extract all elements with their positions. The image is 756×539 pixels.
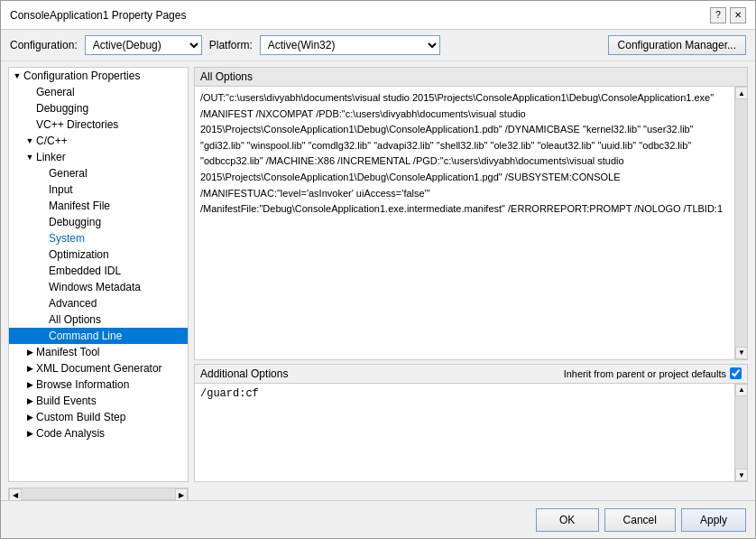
inherit-row: Inherit from parent or project defaults bbox=[564, 367, 742, 379]
additional-options-value[interactable]: /guard:cf bbox=[195, 384, 734, 481]
scroll-track[interactable] bbox=[735, 99, 747, 347]
tree-item-config-props[interactable]: ▼Configuration Properties bbox=[9, 68, 188, 84]
additional-options-label: Additional Options bbox=[200, 367, 288, 380]
tree-expand-icon: ▶ bbox=[25, 429, 34, 438]
platform-select[interactable]: Active(Win32) bbox=[260, 35, 440, 55]
tree-item-linker-optim[interactable]: Optimization bbox=[9, 246, 188, 263]
config-row: Configuration: Active(Debug) Platform: A… bbox=[1, 30, 755, 61]
tree-expand-icon: ▶ bbox=[25, 364, 34, 373]
tree-item-linker-debugging[interactable]: Debugging bbox=[9, 214, 188, 230]
tree-item-label: Optimization bbox=[49, 248, 109, 261]
tree-item-linker-alloptions[interactable]: All Options bbox=[9, 311, 188, 328]
tree-panel: ▼Configuration PropertiesGeneralDebuggin… bbox=[8, 67, 189, 482]
vert-scrollbar-additional: ▲ ▼ bbox=[734, 384, 747, 481]
tree-item-label: Embedded IDL bbox=[49, 265, 121, 277]
right-panel: All Options /OUT:"c:\users\divyabh\docum… bbox=[194, 67, 748, 482]
scroll-track-add[interactable] bbox=[735, 396, 747, 469]
inherit-checkbox[interactable] bbox=[730, 367, 742, 379]
tree-item-code-analysis[interactable]: ▶Code Analysis bbox=[9, 425, 188, 441]
tree-item-label: Browse Information bbox=[36, 378, 129, 391]
scroll-right-btn[interactable]: ▶ bbox=[175, 488, 188, 501]
cancel-button[interactable]: Cancel bbox=[604, 508, 676, 532]
tree-item-label: C/C++ bbox=[36, 135, 68, 147]
tree-item-general[interactable]: General bbox=[9, 84, 188, 100]
tree-item-vc-dirs[interactable]: VC++ Directories bbox=[9, 116, 188, 133]
tree-item-label: VC++ Directories bbox=[36, 118, 118, 131]
tree-item-browse-info[interactable]: ▶Browse Information bbox=[9, 376, 188, 393]
tree-item-linker-general[interactable]: General bbox=[9, 165, 188, 181]
tree-item-linker-manifest[interactable]: Manifest File bbox=[9, 198, 188, 214]
tree-item-label: Configuration Properties bbox=[23, 70, 140, 82]
tree-expand-icon: ▶ bbox=[25, 413, 34, 422]
tree-item-label: Manifest Tool bbox=[36, 346, 99, 358]
additional-options-header: Additional Options Inherit from parent o… bbox=[195, 365, 747, 384]
apply-button[interactable]: Apply bbox=[681, 508, 746, 532]
vert-scrollbar-alloptions: ▲ ▼ bbox=[734, 87, 747, 359]
tree-expand-icon: ▶ bbox=[25, 348, 34, 357]
tree-item-linker-cmdline[interactable]: Command Line bbox=[9, 328, 188, 344]
help-button[interactable]: ? bbox=[710, 7, 726, 23]
horiz-track[interactable] bbox=[22, 488, 175, 499]
tree-item-label: Code Analysis bbox=[36, 427, 105, 440]
tree-item-linker[interactable]: ▼Linker bbox=[9, 149, 188, 165]
tree-item-c-cpp[interactable]: ▼C/C++ bbox=[9, 133, 188, 149]
tree-item-label: Advanced bbox=[49, 297, 97, 310]
tree-item-label: Build Events bbox=[36, 395, 97, 407]
title-controls: ? ✕ bbox=[710, 7, 746, 23]
tree-item-custom-build[interactable]: ▶Custom Build Step bbox=[9, 409, 188, 425]
ok-button[interactable]: OK bbox=[536, 508, 599, 532]
tree-item-label: General bbox=[36, 86, 75, 98]
inherit-label: Inherit from parent or project defaults bbox=[564, 368, 726, 379]
tree-item-label: Debugging bbox=[36, 102, 88, 115]
tree-item-label: Input bbox=[49, 183, 73, 196]
platform-label: Platform: bbox=[209, 39, 253, 51]
all-options-section: All Options /OUT:"c:\users\divyabh\docum… bbox=[194, 67, 748, 360]
bottom-scrollbar-row: ◀ ▶ bbox=[1, 488, 755, 500]
tree-expand-icon: ▼ bbox=[13, 71, 22, 80]
config-manager-button[interactable]: Configuration Manager... bbox=[608, 35, 746, 55]
tree-item-linker-advanced[interactable]: Advanced bbox=[9, 295, 188, 311]
close-button[interactable]: ✕ bbox=[730, 7, 746, 23]
title-bar: ConsoleApplication1 Property Pages ? ✕ bbox=[1, 1, 755, 30]
scroll-up-btn[interactable]: ▲ bbox=[735, 87, 747, 99]
tree-item-label: Linker bbox=[36, 151, 66, 163]
tree-item-xml-doc[interactable]: ▶XML Document Generator bbox=[9, 360, 188, 376]
tree-item-label: XML Document Generator bbox=[36, 362, 162, 375]
tree-item-debugging[interactable]: Debugging bbox=[9, 100, 188, 116]
tree-item-label: Command Line bbox=[49, 330, 122, 342]
tree-item-manifest-tool[interactable]: ▶Manifest Tool bbox=[9, 344, 188, 360]
bottom-bar: OK Cancel Apply bbox=[1, 500, 755, 538]
scroll-down-btn[interactable]: ▼ bbox=[735, 347, 747, 359]
scroll-left-btn[interactable]: ◀ bbox=[9, 488, 22, 501]
tree-item-label: Custom Build Step bbox=[36, 411, 125, 423]
scroll-down-btn-add[interactable]: ▼ bbox=[735, 469, 747, 481]
tree-item-label: Manifest File bbox=[49, 200, 110, 212]
tree-item-linker-winmeta[interactable]: Windows Metadata bbox=[9, 279, 188, 295]
all-options-content: /OUT:"c:\users\divyabh\documents\visual … bbox=[195, 87, 734, 359]
tree-expand-icon: ▼ bbox=[25, 136, 34, 145]
config-label: Configuration: bbox=[10, 39, 78, 51]
tree-item-label: Windows Metadata bbox=[49, 281, 141, 293]
tree-item-linker-embedded[interactable]: Embedded IDL bbox=[9, 263, 188, 279]
all-options-header: All Options bbox=[195, 68, 747, 87]
tree-item-linker-system[interactable]: System bbox=[9, 230, 188, 246]
tree-item-linker-input[interactable]: Input bbox=[9, 181, 188, 198]
tree-expand-icon: ▼ bbox=[25, 153, 34, 162]
tree-expand-icon: ▶ bbox=[25, 396, 34, 405]
tree-expand-icon: ▶ bbox=[25, 380, 34, 389]
tree-item-label: General bbox=[49, 167, 88, 180]
config-select[interactable]: Active(Debug) bbox=[85, 35, 202, 55]
main-content: ▼Configuration PropertiesGeneralDebuggin… bbox=[1, 61, 755, 488]
all-options-text: /OUT:"c:\users\divyabh\documents\visual … bbox=[200, 92, 723, 214]
scroll-up-btn-add[interactable]: ▲ bbox=[735, 384, 747, 396]
tree-item-label: All Options bbox=[49, 313, 101, 326]
additional-options-section: Additional Options Inherit from parent o… bbox=[194, 364, 748, 482]
tree-item-build-events[interactable]: ▶Build Events bbox=[9, 393, 188, 409]
tree-item-label: System bbox=[49, 232, 85, 245]
dialog-title: ConsoleApplication1 Property Pages bbox=[10, 9, 186, 22]
tree-item-label: Debugging bbox=[49, 216, 101, 228]
property-pages-dialog: ConsoleApplication1 Property Pages ? ✕ C… bbox=[0, 0, 756, 539]
